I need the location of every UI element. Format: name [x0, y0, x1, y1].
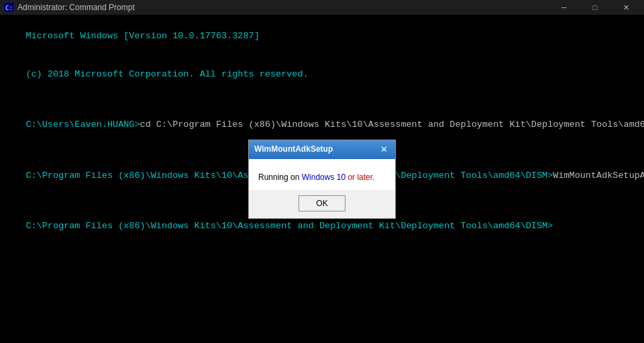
console-line: Microsoft Windows [Version 10.0.17763.32… [4, 17, 640, 56]
wimmountadk-dialog: WimMountAdkSetup ✕ Running on Windows 10… [248, 140, 396, 219]
window-controls: ─ □ ✕ [549, 0, 641, 15]
console-line: C:\Users\Eaven.HUANG>cd C:\Program Files… [4, 106, 640, 144]
console-text: Microsoft Windows [Version 10.0.17763.32… [25, 31, 259, 41]
title-bar-left: C: Administrator: Command Prompt [4, 3, 135, 12]
window-title: Administrator: Command Prompt [17, 3, 135, 12]
console-line: (c) 2018 Microsoft Corporation. All righ… [4, 56, 640, 94]
console-cmd: cd C:\Program Files (x86)\Windows Kits\1… [140, 119, 644, 130]
minimize-button[interactable]: ─ [549, 0, 580, 15]
close-button[interactable]: ✕ [610, 0, 641, 15]
maximize-button[interactable]: □ [580, 0, 610, 15]
dialog-title-bar: WimMountAdkSetup ✕ [249, 140, 395, 159]
dialog-message: Running on Windows 10 or later. [258, 171, 386, 183]
console-line [4, 93, 640, 106]
dialog-title: WimMountAdkSetup [254, 144, 333, 155]
dialog-message-windows: Windows [302, 173, 337, 182]
console-prompt: C:\Program Files (x86)\Windows Kits\10\A… [25, 221, 553, 231]
dialog-message-part1: Running on [258, 173, 302, 182]
dialog-footer: OK [249, 190, 395, 218]
dialog-close-button[interactable]: ✕ [378, 144, 390, 156]
dialog-message-or-later: or later. [345, 173, 374, 182]
console-area: Microsoft Windows [Version 10.0.17763.32… [0, 15, 644, 343]
console-cmd: WimMountAdkSetupAmd64.exe /install [553, 170, 644, 181]
console-prompt: C:\Users\Eaven.HUANG> [25, 119, 140, 130]
dialog-message-10: 10 [337, 173, 345, 182]
title-bar: C: Administrator: Command Prompt ─ □ ✕ [0, 0, 644, 15]
console-text: (c) 2018 Microsoft Corporation. All righ… [25, 69, 308, 79]
cmd-icon: C: [4, 3, 13, 12]
dialog-body: Running on Windows 10 or later. [249, 159, 395, 190]
ok-button[interactable]: OK [299, 195, 345, 211]
svg-text:C:: C: [5, 5, 13, 11]
